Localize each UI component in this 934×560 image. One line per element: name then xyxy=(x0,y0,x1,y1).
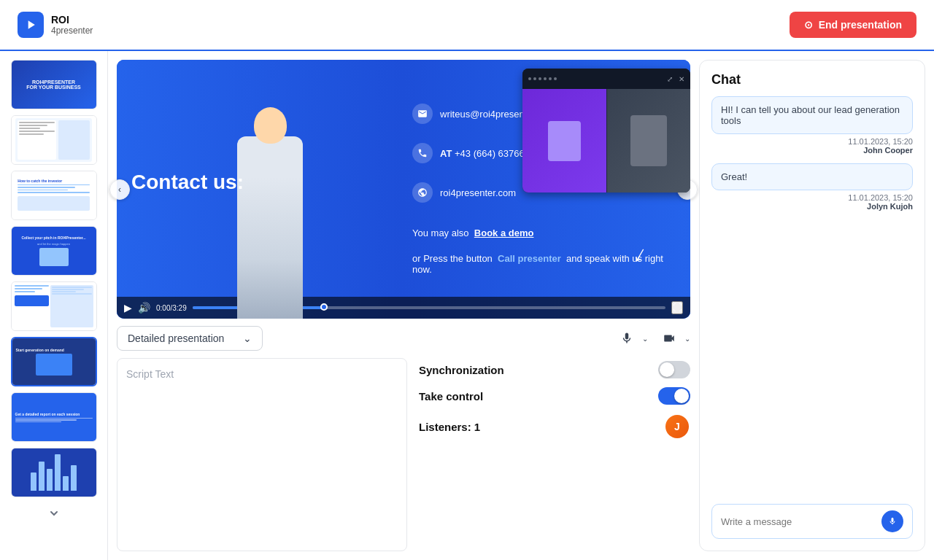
bottom-section: Script Text Synchronization Take control xyxy=(117,358,690,551)
synchronization-label: Synchronization xyxy=(419,364,504,376)
camera-button[interactable] xyxy=(657,326,682,351)
listeners-avatars: J xyxy=(664,413,690,440)
mic-group: ⌄ xyxy=(614,326,648,351)
progress-knob xyxy=(320,303,328,311)
main-slide: Contact us: writeus@roi4presenter.com xyxy=(117,60,690,319)
person-head xyxy=(254,107,287,144)
video-playback-controls: ▶ 🔊 0:00/3:29 ⛶ xyxy=(117,297,690,319)
video-overlay: ⤢ ✕ xyxy=(522,69,690,192)
video-time: 0:00/3:29 xyxy=(156,304,187,312)
camera-group: ⌄ xyxy=(657,326,690,351)
slide-thumb-4[interactable]: Collect your pitch in ROI4Presenter... a… xyxy=(11,226,97,276)
fullscreen-button[interactable]: ⛶ xyxy=(671,301,683,314)
slide-prev-button[interactable]: ‹ xyxy=(109,179,130,200)
header: ROI 4presenter ⊙ End presentation xyxy=(0,0,934,51)
logo-area: ROI 4presenter xyxy=(18,12,93,38)
video-header-controls: ⤢ ✕ xyxy=(667,75,684,83)
listeners-row: Listeners: 1 J xyxy=(419,413,690,440)
chat-mic-icon xyxy=(888,517,897,526)
script-placeholder: Script Text xyxy=(126,368,174,380)
video-grid xyxy=(522,89,690,192)
take-control-row: Take control xyxy=(419,387,690,405)
email-icon xyxy=(412,104,433,124)
chat-panel: Chat HI! I can tell you about our lead g… xyxy=(699,60,925,551)
volume-button[interactable]: 🔊 xyxy=(138,302,150,314)
video-participant-2 xyxy=(607,89,691,192)
slide-thumb-6[interactable]: Start generation on demand xyxy=(11,337,97,386)
listeners-label: Listeners: 1 xyxy=(419,421,480,433)
app-subtitle: 4presenter xyxy=(51,26,93,36)
sync-controls: Synchronization Take control Listeners: … xyxy=(419,358,690,551)
chat-bubble-text-1: HI! I can tell you about our lead genera… xyxy=(721,104,903,126)
chat-input-row xyxy=(711,504,913,539)
slide-title: Contact us: xyxy=(131,171,398,194)
chat-bubble-text-2: Great! xyxy=(721,171,903,182)
video-expand-icon[interactable]: ⤢ xyxy=(667,75,673,83)
chevron-down-icon: ⌄ xyxy=(243,332,252,344)
play-button[interactable]: ▶ xyxy=(124,302,132,314)
slide-nav-area: ‹ Contact us: xyxy=(117,60,690,319)
app-title: ROI xyxy=(51,14,93,26)
listener-avatar-img: J xyxy=(665,415,689,438)
main-layout: ROI4PRESENTERFOR YOUR BUSINESS xyxy=(0,51,934,560)
book-demo-row: You may also Book a demo xyxy=(412,228,679,238)
end-presentation-button[interactable]: ⊙ End presentation xyxy=(790,12,916,38)
slide-thumb-2[interactable] xyxy=(11,115,97,165)
slide-thumb-5[interactable] xyxy=(11,281,97,331)
synchronization-toggle-knob xyxy=(660,362,674,377)
chat-bubble-2: Great! xyxy=(711,163,913,190)
chat-messages: HI! I can tell you about our lead genera… xyxy=(711,96,913,495)
take-control-toggle[interactable] xyxy=(658,387,690,405)
slide-thumb-8[interactable] xyxy=(11,448,97,497)
play-icon xyxy=(23,18,38,32)
chat-message-1: HI! I can tell you about our lead genera… xyxy=(711,96,913,155)
take-control-toggle-knob xyxy=(674,389,689,403)
website-icon xyxy=(412,182,433,203)
chat-meta-author-1: John Cooper xyxy=(711,146,913,155)
book-demo-link[interactable]: Book a demo xyxy=(474,228,534,238)
slide-thumb-1[interactable]: ROI4PRESENTERFOR YOUR BUSINESS xyxy=(11,60,97,109)
take-control-label: Take control xyxy=(419,390,483,402)
presentation-selector-label: Detailed presentation xyxy=(128,332,224,344)
slide-thumb-7[interactable]: Get a detailed report on each session xyxy=(11,392,97,442)
website-text: roi4presenter.com xyxy=(440,187,516,198)
controls-row: Detailed presentation ⌄ ⌄ ⌄ xyxy=(117,326,690,351)
chat-message-2: Great! 11.01.2023, 15:20 Jolyn Kujoh xyxy=(711,163,913,211)
camera-options-chevron[interactable]: ⌄ xyxy=(684,335,690,343)
script-area: Script Text xyxy=(117,358,407,551)
listener-avatar-1[interactable]: J xyxy=(664,413,690,440)
synchronization-toggle[interactable] xyxy=(658,361,690,378)
phone-icon xyxy=(412,143,433,163)
slide-thumb-3[interactable]: How to catch the investor xyxy=(11,171,97,220)
chat-meta-author-2: Jolyn Kujoh xyxy=(711,202,913,211)
chat-message-input[interactable] xyxy=(721,516,876,527)
end-presentation-label: End presentation xyxy=(819,19,902,31)
slide-left-section: Contact us: xyxy=(117,153,412,226)
app-logo-icon xyxy=(18,12,44,38)
call-presenter-link[interactable]: Call presenter xyxy=(498,253,561,264)
center-content: ‹ Contact us: xyxy=(108,51,699,560)
synchronization-row: Synchronization xyxy=(419,361,690,378)
video-drag-dots xyxy=(528,77,557,80)
mic-options-chevron[interactable]: ⌄ xyxy=(642,335,648,343)
video-close-icon[interactable]: ✕ xyxy=(679,75,684,83)
chat-title: Chat xyxy=(711,72,913,88)
chat-mic-button[interactable] xyxy=(881,510,903,532)
sidebar-scroll-down[interactable] xyxy=(44,503,64,524)
chat-meta-time-1: 11.01.2023, 15:20 xyxy=(711,137,913,146)
slide-sidebar: ROI4PRESENTERFOR YOUR BUSINESS xyxy=(0,51,108,560)
microphone-button[interactable] xyxy=(614,326,639,351)
camera-icon xyxy=(663,332,676,345)
video-overlay-header: ⤢ ✕ xyxy=(522,69,690,89)
end-presentation-icon: ⊙ xyxy=(804,19,813,31)
logo-text: ROI 4presenter xyxy=(51,14,93,36)
mic-icon xyxy=(620,332,633,345)
chat-bubble-1: HI! I can tell you about our lead genera… xyxy=(711,96,913,134)
chat-meta-time-2: 11.01.2023, 15:20 xyxy=(711,193,913,202)
presentation-selector[interactable]: Detailed presentation ⌄ xyxy=(117,326,263,351)
video-participant-1 xyxy=(522,89,606,192)
